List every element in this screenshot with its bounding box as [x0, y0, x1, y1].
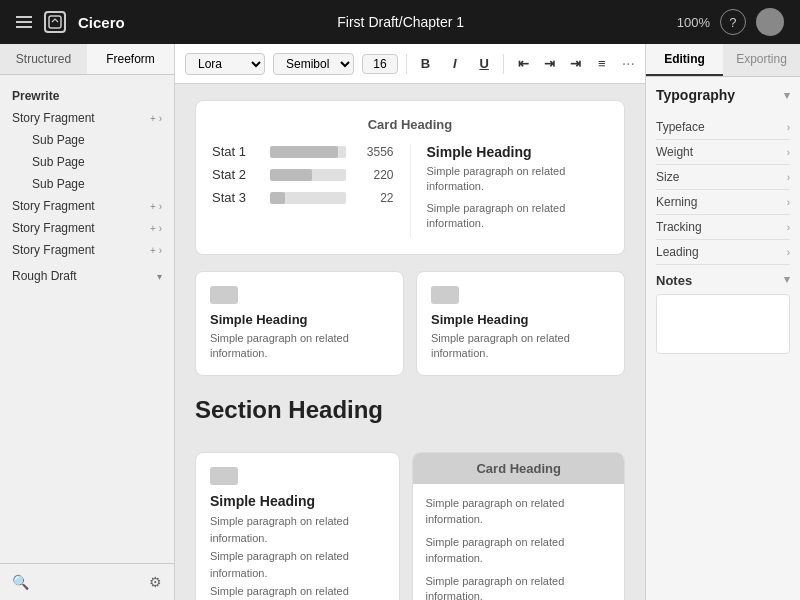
stat-1-value: 3556	[354, 145, 394, 159]
tab-freeform[interactable]: Freeform	[87, 44, 174, 74]
mini-card-2-thumb	[431, 286, 459, 304]
stats-column: Stat 1 3556 Stat 2 220 Stat 3 22	[212, 144, 394, 238]
stat-row-3: Stat 3 22	[212, 190, 394, 205]
bottom-left-para-2: Simple paragraph on related information.	[210, 548, 385, 581]
editor-canvas: Card Heading Stat 1 3556 Stat 2 220	[175, 84, 645, 600]
right-panel: Editing Exporting Typography ▾ Typeface …	[645, 44, 800, 600]
chevron-right-icon-weight: ›	[787, 147, 790, 158]
mini-card-1-heading: Simple Heading	[210, 312, 389, 327]
stat-row-2: Stat 2 220	[212, 167, 394, 182]
chevron-right-icon-size: ›	[787, 172, 790, 183]
sidebar-item-story-fragment-1[interactable]: Story Fragment + ›	[0, 107, 174, 129]
right-panel-content: Typography ▾ Typeface › Weight › Size › …	[646, 77, 800, 600]
stat-1-label: Stat 1	[212, 144, 262, 159]
sidebar-content: Prewrite Story Fragment + › Sub Page Sub…	[0, 75, 174, 563]
mini-card-2-heading: Simple Heading	[431, 312, 610, 327]
sidebar-tabs: Structured Freeform	[0, 44, 174, 75]
chevron-right-icon-leading: ›	[787, 247, 790, 258]
sidebar-item-story-fragment-4[interactable]: Story Fragment + ›	[0, 239, 174, 261]
document-title: First Draft/Chapter 1	[337, 14, 464, 30]
app-name: Cicero	[78, 14, 125, 31]
right-row-tracking[interactable]: Tracking ›	[656, 215, 790, 240]
formatting-toolbar: Lora Semibold B I U ⇤ ⇥ ⇥ ≡ ···	[175, 44, 645, 84]
mini-card-1: Simple Heading Simple paragraph on relat…	[195, 271, 404, 377]
info-para-1: Simple paragraph on related information.	[427, 164, 609, 195]
bold-button[interactable]: B	[415, 52, 436, 76]
italic-button[interactable]: I	[444, 52, 465, 76]
underline-button[interactable]: U	[473, 52, 494, 76]
font-size-input[interactable]	[362, 54, 398, 74]
nav-right: 100% ?	[677, 8, 784, 36]
stat-2-label: Stat 2	[212, 167, 262, 182]
bottom-right-card-heading: Card Heading	[413, 453, 624, 484]
chevron-down-icon: ▾	[784, 89, 790, 102]
stats-card: Card Heading Stat 1 3556 Stat 2 220	[195, 100, 625, 255]
stat-3-value: 22	[354, 191, 394, 205]
bottom-right-card-body: Simple paragraph on related information.…	[413, 484, 624, 600]
alignment-group: ⇤ ⇥ ⇥ ≡	[512, 52, 614, 76]
bottom-left-heading: Simple Heading	[210, 493, 385, 509]
sidebar-item-sub-page-3[interactable]: Sub Page	[0, 173, 174, 195]
avatar[interactable]	[756, 8, 784, 36]
stat-2-bar	[270, 169, 346, 181]
bottom-left-para-3: Simple paragraph on related information.	[210, 583, 385, 600]
bottom-right-para-2: Simple paragraph on related information.	[425, 535, 612, 566]
stat-3-bar	[270, 192, 346, 204]
tab-exporting[interactable]: Exporting	[723, 44, 800, 76]
info-column: Simple Heading Simple paragraph on relat…	[410, 144, 609, 238]
right-panel-tabs: Editing Exporting	[646, 44, 800, 77]
tab-structured[interactable]: Structured	[0, 44, 87, 74]
app-logo-icon	[44, 11, 66, 33]
stat-1-bar	[270, 146, 346, 158]
align-right-button[interactable]: ⇥	[564, 52, 588, 76]
sidebar-section-prewrite: Prewrite	[0, 83, 174, 107]
stat-2-value: 220	[354, 168, 394, 182]
card-heading-1: Card Heading	[212, 117, 608, 132]
right-notes-body[interactable]	[656, 294, 790, 354]
zoom-level: 100%	[677, 15, 710, 30]
help-button[interactable]: ?	[720, 9, 746, 35]
right-row-size[interactable]: Size ›	[656, 165, 790, 190]
tab-editing[interactable]: Editing	[646, 44, 723, 76]
info-heading: Simple Heading	[427, 144, 609, 160]
toolbar-divider-1	[406, 54, 407, 74]
bottom-right-para-1: Simple paragraph on related information.	[425, 496, 612, 527]
hamburger-menu[interactable]	[16, 16, 32, 28]
stat-3-label: Stat 3	[212, 190, 262, 205]
chevron-right-icon-tracking: ›	[787, 222, 790, 233]
mini-card-2: Simple Heading Simple paragraph on relat…	[416, 271, 625, 377]
search-icon[interactable]: 🔍	[12, 574, 29, 590]
section-heading: Section Heading	[195, 396, 625, 424]
sidebar-item-story-fragment-3[interactable]: Story Fragment + ›	[0, 217, 174, 239]
sidebar: Structured Freeform Prewrite Story Fragm…	[0, 44, 175, 600]
toolbar-divider-2	[503, 54, 504, 74]
two-card-row: Simple Heading Simple paragraph on relat…	[195, 271, 625, 377]
right-row-leading[interactable]: Leading ›	[656, 240, 790, 265]
right-notes-section: Notes ▾	[656, 273, 790, 354]
chevron-down-icon-notes: ▾	[784, 273, 790, 288]
gear-icon[interactable]: ⚙	[149, 574, 162, 590]
mini-card-1-para: Simple paragraph on related information.	[210, 331, 389, 362]
sidebar-item-story-fragment-2[interactable]: Story Fragment + ›	[0, 195, 174, 217]
font-weight-select[interactable]: Semibold	[273, 53, 354, 75]
right-row-typeface[interactable]: Typeface ›	[656, 115, 790, 140]
info-para-2: Simple paragraph on related information.	[427, 201, 609, 232]
nav-left: Cicero	[16, 11, 125, 33]
right-notes-title: Notes ▾	[656, 273, 790, 288]
bottom-left-para-1: Simple paragraph on related information.	[210, 513, 385, 546]
right-row-weight[interactable]: Weight ›	[656, 140, 790, 165]
mini-card-1-thumb	[210, 286, 238, 304]
card-inner: Stat 1 3556 Stat 2 220 Stat 3 22	[212, 144, 608, 238]
sidebar-section-rough-draft[interactable]: Rough Draft ▾	[0, 265, 174, 287]
toolbar-more-button[interactable]: ···	[622, 55, 635, 73]
align-center-button[interactable]: ⇥	[538, 52, 562, 76]
align-left-button[interactable]: ⇤	[512, 52, 536, 76]
top-navigation: Cicero First Draft/Chapter 1 100% ?	[0, 0, 800, 44]
bottom-left-thumb	[210, 467, 238, 485]
mini-card-2-para: Simple paragraph on related information.	[431, 331, 610, 362]
sidebar-item-sub-page-2[interactable]: Sub Page	[0, 151, 174, 173]
align-justify-button[interactable]: ≡	[590, 52, 614, 76]
right-row-kerning[interactable]: Kerning ›	[656, 190, 790, 215]
sidebar-item-sub-page-1[interactable]: Sub Page	[0, 129, 174, 151]
font-family-select[interactable]: Lora	[185, 53, 265, 75]
